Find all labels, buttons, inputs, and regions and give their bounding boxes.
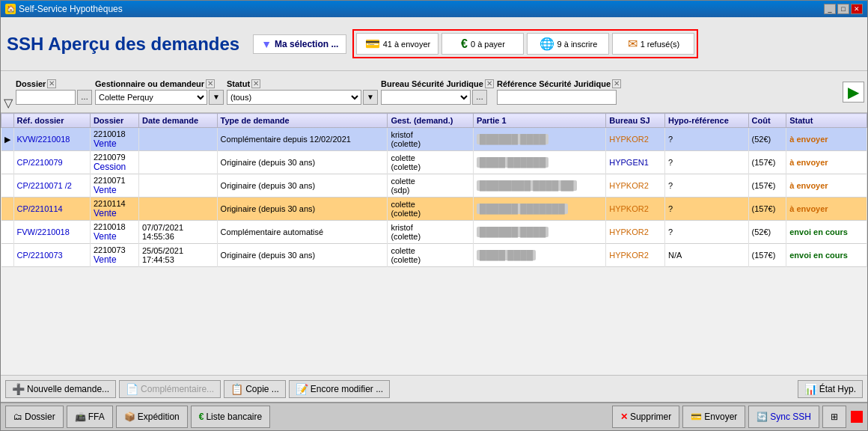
inscrire-action-button[interactable]: 🌐 9 à inscrire: [527, 33, 609, 55]
row-hypo-ref: ?: [665, 128, 748, 151]
col-dossier[interactable]: Dossier: [90, 114, 138, 128]
maximize-button[interactable]: □: [837, 4, 849, 14]
row-dossier: 2210073Vente: [90, 244, 138, 267]
gestionnaire-browse-button[interactable]: ▼: [209, 90, 224, 105]
envoyer-label: 41 à envoyer: [383, 40, 431, 49]
gestionnaire-filter-close[interactable]: ✕: [206, 79, 215, 88]
table-row[interactable]: ▶ KVW/2210018 2210018Vente Complémentair…: [1, 128, 867, 151]
row-marker: [1, 221, 14, 244]
row-ref: CP/2210114: [13, 198, 90, 221]
close-button[interactable]: ✕: [851, 4, 863, 14]
col-partie1[interactable]: Partie 1: [473, 114, 605, 128]
modifier-button[interactable]: 📝 Encore modifier ...: [289, 380, 390, 398]
funnel-icon[interactable]: ▽: [4, 96, 13, 110]
row-ref: CP/2210073: [13, 244, 90, 267]
gestionnaire-filter-select[interactable]: Colette Perquy: [95, 90, 207, 105]
title-bar: 🏠 Self-Service Hypothèques _ □ ✕: [1, 1, 867, 17]
bureau-filter-select[interactable]: [381, 90, 471, 105]
statut-filter-select[interactable]: (tous): [227, 90, 361, 105]
dossier-filter-input[interactable]: [16, 90, 76, 105]
nouvelle-icon: ➕: [12, 383, 25, 395]
table-row[interactable]: CP/2210114 2210114Vente Originaire (depu…: [1, 198, 867, 221]
row-cout: (157€): [748, 151, 786, 174]
app-title: SSH Aperçu des demandes: [7, 34, 239, 55]
red-square: [851, 411, 863, 423]
payer-icon: €: [461, 37, 468, 51]
row-partie1: ████████ ████ ██: [473, 174, 605, 198]
table-row[interactable]: CP/2210079 2210079Cession Originaire (de…: [1, 151, 867, 174]
row-dossier: 2210079Cession: [90, 151, 138, 174]
nouvelle-demande-button[interactable]: ➕ Nouvelle demande...: [5, 380, 116, 398]
row-gest: colette(colette): [388, 151, 474, 174]
row-date: [138, 128, 217, 151]
complementaire-button[interactable]: 📄 Complémentaire...: [119, 380, 221, 398]
supprimer-icon: ✕: [620, 412, 628, 422]
sync-ssh-button[interactable]: 🔄 Sync SSH: [748, 406, 819, 428]
reference-filter-input[interactable]: [497, 90, 617, 105]
row-cout: (157€): [748, 174, 786, 198]
payer-action-button[interactable]: € 0 à payer: [441, 33, 524, 55]
payer-label: 0 à payer: [471, 40, 505, 49]
dossier-footer-icon: 🗂: [13, 412, 22, 422]
row-hypo-ref: ?: [665, 174, 748, 198]
dossier-footer-button[interactable]: 🗂 Dossier: [5, 406, 64, 428]
envoyer-action-button[interactable]: 💳 41 à envoyer: [356, 33, 438, 55]
dossier-filter-close[interactable]: ✕: [47, 79, 56, 88]
refuse-label: 1 refusé(s): [641, 40, 680, 49]
supprimer-button[interactable]: ✕ Supprimer: [612, 406, 679, 428]
minimize-button[interactable]: _: [824, 4, 836, 14]
reference-filter-label: Référence Sécurité Juridique: [497, 79, 611, 88]
bottom-toolbar: ➕ Nouvelle demande... 📄 Complémentaire..…: [1, 375, 867, 402]
main-window: 🏠 Self-Service Hypothèques _ □ ✕ SSH Ape…: [0, 0, 868, 431]
envoyer-footer-icon: 💳: [691, 412, 702, 422]
refuse-action-button[interactable]: ✉ 1 refusé(s): [612, 33, 694, 55]
liste-bancaire-button[interactable]: € Liste bancaire: [191, 406, 270, 428]
grid-button[interactable]: ⊞: [822, 406, 846, 428]
row-date: [138, 151, 217, 174]
row-statut: à envoyer: [786, 198, 867, 221]
etat-icon: 📊: [804, 383, 817, 395]
row-statut: à envoyer: [786, 174, 867, 198]
table-row[interactable]: CP/2210071 /2 2210071Vente Originaire (d…: [1, 174, 867, 198]
row-gest: colette(colette): [388, 198, 474, 221]
dossier-browse-button[interactable]: …: [77, 90, 92, 105]
row-date: [138, 174, 217, 198]
row-bureau-sj: HYPKOR2: [606, 128, 665, 151]
modifier-icon: 📝: [296, 383, 308, 395]
etat-hyp-button[interactable]: 📊 État Hyp.: [798, 380, 863, 398]
ffa-button[interactable]: 📠 FFA: [67, 406, 113, 428]
bureau-browse-button[interactable]: …: [472, 90, 487, 105]
statut-browse-button[interactable]: ▼: [363, 90, 378, 105]
reference-filter-group: Référence Sécurité Juridique ✕: [497, 79, 621, 105]
table-row[interactable]: CP/2210073 2210073Vente 25/05/202117:44:…: [1, 244, 867, 267]
row-hypo-ref: ?: [665, 221, 748, 244]
bureau-filter-close[interactable]: ✕: [485, 79, 494, 88]
col-gest[interactable]: Gest. (demand.): [388, 114, 474, 128]
modifier-label: Encore modifier ...: [311, 384, 383, 394]
window-title: Self-Service Hypothèques: [19, 4, 123, 14]
expedition-button[interactable]: 📦 Expédition: [116, 406, 188, 428]
col-type-demande[interactable]: Type de demande: [217, 114, 388, 128]
col-date-demande[interactable]: Date demande: [138, 114, 217, 128]
col-bureau-sj[interactable]: Bureau SJ: [606, 114, 665, 128]
row-partie1: ████ ██████: [473, 151, 605, 174]
col-ref-dossier[interactable]: Réf. dossier: [13, 114, 90, 128]
statut-filter-close[interactable]: ✕: [251, 79, 260, 88]
col-cout[interactable]: Coût: [748, 114, 786, 128]
col-hypo-ref[interactable]: Hypo-référence: [665, 114, 748, 128]
col-statut[interactable]: Statut: [786, 114, 867, 128]
header-bar: SSH Aperçu des demandes ▼ Ma sélection .…: [1, 17, 867, 71]
table-row[interactable]: FVW/2210018 2210018Vente 07/07/202114:55…: [1, 221, 867, 244]
row-bureau-sj: HYPKOR2: [606, 244, 665, 267]
reference-filter-close[interactable]: ✕: [612, 79, 621, 88]
row-bureau-sj: HYPGEN1: [606, 151, 665, 174]
envoyer-footer-button[interactable]: 💳 Envoyer: [682, 406, 745, 428]
run-button[interactable]: ▶: [843, 82, 864, 103]
refuse-icon: ✉: [628, 37, 638, 51]
row-hypo-ref: N/A: [665, 244, 748, 267]
row-gest: colette(sdp): [388, 174, 474, 198]
copie-button[interactable]: 📋 Copie ...: [224, 380, 286, 398]
ma-selection-button[interactable]: ▼ Ma sélection ...: [253, 34, 346, 54]
etat-label: État Hyp.: [819, 384, 856, 394]
col-marker: [1, 114, 14, 128]
